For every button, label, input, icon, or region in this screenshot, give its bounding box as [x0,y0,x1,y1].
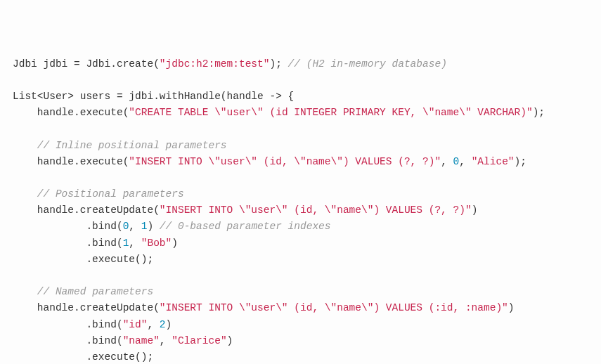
code-token: handle.execute( [37,107,129,118]
code-token: ); [269,58,287,70]
code-token: handle.execute( [37,156,129,167]
code-token: , [147,319,159,330]
code-token: ) [472,204,478,216]
code-token: "Alice" [472,156,515,167]
code-token: ); [533,107,545,118]
code-token: .execute(); [86,351,153,363]
code-token: ) [227,335,233,346]
code-token: "name" [123,335,160,346]
code-token: "CREATE TABLE \"user\" (id INTEGER PRIMA… [129,107,532,118]
code-token: "jdbc:h2:mem:test" [160,58,270,70]
code-token: .bind( [86,335,122,346]
code-token: // Named parameters [37,286,153,297]
code-token: , [441,156,453,167]
code-token: 2 [160,319,166,330]
code-token: .execute(); [86,254,153,265]
code-token: "id" [123,319,148,330]
code-token: , [129,221,141,232]
code-token: ) [166,319,172,330]
code-token: Jdbi jdbi [13,58,74,70]
code-token: "INSERT INTO \"user\" (id, \"name\") VAL… [160,302,508,313]
code-token: = jdbi.withHandle(handle -> { [117,91,294,102]
code-token: // (H2 in-memory database) [288,58,447,70]
code-block: Jdbi jdbi = Jdbi.create("jdbc:h2:mem:tes… [13,56,601,364]
code-token: "Clarice" [172,335,226,346]
code-token: .bind( [86,238,122,249]
code-token: List<User> users [13,91,117,102]
code-token: "Bob" [141,238,172,249]
code-token: ) [172,238,178,249]
code-token: , [459,156,471,167]
code-token: ); [515,156,526,167]
code-token: = Jdbi.create( [74,58,160,70]
code-token: "INSERT INTO \"user\" (id, \"name\") VAL… [160,204,472,216]
code-token: // 0-based parameter indexes [160,221,331,232]
code-token: .bind( [86,319,122,330]
code-token: // Inline positional parameters [37,140,227,151]
code-token: "INSERT INTO \"user\" (id, \"name\") VAL… [129,156,441,167]
code-token: // Positional parameters [37,188,184,200]
code-token: ) [508,302,515,313]
code-token: .bind( [86,221,122,232]
code-token: , [160,335,172,346]
code-token: 0 [453,156,460,167]
code-token: , [129,238,141,249]
code-token: handle.createUpdate( [37,204,160,216]
code-token: handle.createUpdate( [37,302,160,313]
code-token: ) [147,221,159,232]
